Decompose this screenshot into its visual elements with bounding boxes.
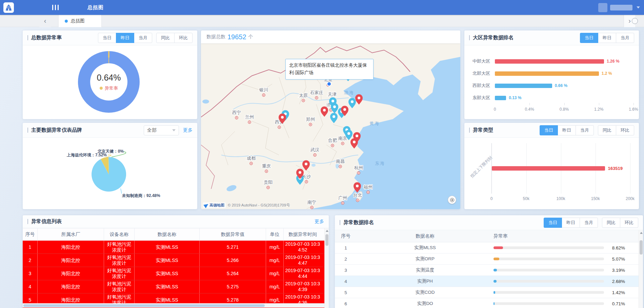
- legend-label: 异常率: [105, 85, 118, 91]
- cell-value: 5.264: [200, 267, 266, 280]
- tab-yesterday[interactable]: 昨日: [598, 33, 616, 43]
- tab-yesterday[interactable]: 昨日: [116, 33, 134, 43]
- tab-yoy[interactable]: 同比: [598, 125, 616, 135]
- cell-name: 实测DO: [357, 301, 494, 307]
- brand-filter-select[interactable]: 全部: [144, 125, 179, 135]
- rank-table-row[interactable]: 6 实测DO 0.71%: [335, 298, 639, 308]
- tab-this-month[interactable]: 当月: [134, 33, 152, 43]
- rate-bar-fill: [494, 302, 495, 305]
- region-bar-row[interactable]: 东部大区 0.13 %: [469, 95, 633, 100]
- cell-no: 2: [23, 254, 38, 267]
- bar-track: 0.13 %: [495, 96, 633, 100]
- user-avatar[interactable]: [598, 3, 607, 12]
- tab-this-month[interactable]: 当月: [576, 125, 594, 135]
- scroll-thumb[interactable]: [640, 240, 643, 255]
- app-logo[interactable]: [3, 2, 14, 13]
- cell-rate: 0.71%: [494, 301, 639, 306]
- cell-time: 2019-07-03 10:34:47: [284, 254, 322, 267]
- col-no: 序号: [23, 228, 38, 240]
- rank-table-row[interactable]: 2 实测ORP 5.07%: [335, 254, 639, 265]
- tab-today[interactable]: 当日: [540, 125, 558, 135]
- tab-yesterday[interactable]: 昨日: [558, 125, 576, 135]
- more-link[interactable]: 更多: [315, 219, 324, 225]
- rate-bar-fill: [494, 280, 497, 283]
- cell-plant: 海阳北控: [38, 254, 104, 267]
- select-value: 全部: [147, 127, 157, 133]
- bar-track: 1.26 %: [495, 59, 633, 64]
- tabs-scroll-left-button[interactable]: ‹: [39, 15, 51, 27]
- table-header-row: 序号 数据名称 异常率: [335, 230, 639, 242]
- region-bar-row[interactable]: 北部大区 1.2 %: [469, 71, 633, 76]
- panel-anomaly-type: 异常类型 当日 昨日 当月 同比 环比 指定上下限判别 163519 0 50k: [464, 123, 639, 209]
- rate-value: 2.68%: [607, 279, 625, 284]
- tab-mom[interactable]: 环比: [174, 33, 193, 43]
- bar-fill[interactable]: [492, 166, 605, 171]
- panel-anomaly-info-list: 异常信息列表 更多 序号 所属水厂 设备名称 数据名称 数据异常值 单位 数据异…: [23, 215, 329, 308]
- tab-yesterday[interactable]: 昨日: [562, 218, 580, 228]
- more-link[interactable]: 更多: [183, 127, 193, 133]
- donut-ring[interactable]: 0.64% 异常率: [78, 51, 140, 113]
- menu-collapse-icon[interactable]: [52, 5, 59, 10]
- svg-text:太原: 太原: [299, 93, 308, 98]
- cell-plant: 海阳北控: [38, 241, 104, 254]
- tab-options-icon[interactable]: [632, 18, 638, 24]
- horizontal-scrollbar[interactable]: [23, 303, 324, 308]
- tab-this-month[interactable]: 当月: [580, 218, 598, 228]
- cell-unit: mg/L: [266, 267, 284, 280]
- rank-table-row[interactable]: 5 实测COD 1.42%: [335, 287, 639, 298]
- locate-button[interactable]: [448, 196, 456, 204]
- period-tab-group: 当日 昨日 当月: [544, 218, 598, 228]
- sea-label: 渤海: [344, 90, 354, 95]
- tab-today[interactable]: 当日: [544, 218, 562, 228]
- svg-text:杭州: 杭州: [354, 165, 363, 170]
- brand-pie-chart[interactable]: 北京天健：0% 上海益伦环境：7.52% 未知制造商：92.48%: [23, 138, 197, 209]
- scroll-thumb[interactable]: [23, 304, 265, 307]
- rank-table-row[interactable]: 3 实测温度 3.19%: [335, 265, 639, 276]
- rank-table-row[interactable]: 1 实测MLSS 8.62%: [335, 242, 639, 254]
- donut-chart: 0.64% 异常率: [23, 45, 197, 119]
- svg-text:南京: 南京: [338, 136, 347, 141]
- tab-mom[interactable]: 环比: [620, 218, 638, 228]
- bar-value-label: 163519: [608, 166, 623, 171]
- vertical-scrollbar[interactable]: [324, 228, 329, 308]
- tab-overview[interactable]: 总括图: [58, 15, 102, 27]
- tab-today[interactable]: 当日: [580, 33, 598, 43]
- rank-table-row[interactable]: 4 实测PH 2.68%: [335, 276, 639, 287]
- tab-this-month[interactable]: 当月: [616, 33, 634, 43]
- rate-value: 0.71%: [607, 301, 625, 306]
- region-bar-row[interactable]: 中部大区 1.26 %: [469, 59, 633, 64]
- cell-value: 5.271: [200, 241, 266, 254]
- svg-text:贵阳: 贵阳: [264, 180, 273, 185]
- alarm-table-row[interactable]: 4 海阳北控 好氧池污泥浓度计 实测MLSS 5.275 mg/L 2019-0…: [23, 280, 324, 293]
- tab-yoy[interactable]: 同比: [602, 218, 620, 228]
- scroll-thumb[interactable]: [325, 234, 328, 246]
- bar-track: 1.2 %: [495, 71, 633, 76]
- cell-no: 5: [335, 290, 357, 295]
- bar-category-label: 西部大区: [469, 83, 490, 89]
- legend-dot-icon: [100, 87, 103, 90]
- col-rate: 异常率: [494, 233, 639, 239]
- map-tooltip: 北京市朝阳区崔各庄镇北控水务大厦保利·国际广场: [285, 59, 374, 80]
- china-map[interactable]: 渤海黄海东海 北京银川太原石家庄天津济南西宁兰州西安郑州合肥南京武汉成都重庆南昌…: [201, 43, 460, 209]
- alarm-table-row[interactable]: 2 海阳北控 好氧池污泥浓度计 实测MLSS 5.266 mg/L 2019-0…: [23, 254, 324, 267]
- alarm-table-row[interactable]: 1 海阳北控 好氧池污泥浓度计 实测MLSS 5.271 mg/L 2019-0…: [23, 241, 324, 254]
- vertical-scrollbar[interactable]: [639, 230, 643, 308]
- cell-time: 2019-07-03 10:34:39: [284, 280, 322, 293]
- tab-bar: ‹ 总括图 ›: [0, 15, 644, 27]
- period-tab-group: 当日 昨日 当月: [580, 33, 634, 43]
- tabs-scroll-right-button[interactable]: ›: [624, 15, 635, 27]
- tab-mom[interactable]: 环比: [616, 125, 634, 135]
- bar-category-label: 东部大区: [469, 95, 490, 101]
- bar-fill: [495, 59, 604, 64]
- amap-logo[interactable]: 高德地图: [203, 202, 226, 208]
- scroll-up-icon[interactable]: [326, 230, 328, 232]
- tab-today[interactable]: 当日: [98, 33, 116, 43]
- alarm-table-row[interactable]: 3 海阳北控 好氧池污泥浓度计 实测MLSS 5.264 mg/L 2019-0…: [23, 267, 324, 280]
- tab-yoy[interactable]: 同比: [156, 33, 175, 43]
- region-bar-row[interactable]: 西部大区 0.66 %: [469, 83, 633, 88]
- cell-unit: mg/L: [266, 254, 284, 267]
- donut-legend[interactable]: 异常率: [100, 85, 118, 91]
- cell-rate: 3.19%: [494, 268, 639, 273]
- scroll-up-icon[interactable]: [640, 232, 643, 234]
- user-menu-caret-icon[interactable]: [637, 6, 640, 8]
